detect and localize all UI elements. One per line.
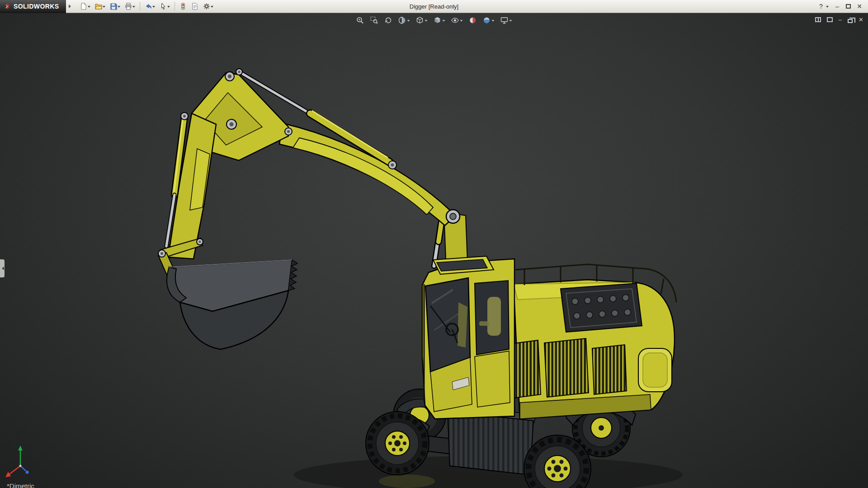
z-axis-arrow xyxy=(26,471,29,474)
wheel-reflection xyxy=(379,474,435,488)
chevron-down-icon xyxy=(492,20,495,23)
document-window-controls: – ✕ xyxy=(815,16,863,24)
solidworks-logo: SOLIDWORKS xyxy=(0,0,66,13)
window-controls: ? – ✕ xyxy=(817,2,868,10)
undo-button[interactable] xyxy=(143,1,157,11)
view-settings-button[interactable] xyxy=(499,15,514,25)
folder-icon xyxy=(95,3,102,10)
featuremanager-flyout-tab[interactable] xyxy=(0,259,5,277)
rebuild-button[interactable] xyxy=(178,1,189,11)
chevron-down-icon xyxy=(118,6,120,9)
chevron-down-icon xyxy=(425,20,428,23)
engine-deck xyxy=(561,283,642,332)
titlebar: SOLIDWORKS xyxy=(0,0,868,13)
heads-up-view-toolbar xyxy=(355,15,514,25)
pane-single-button[interactable] xyxy=(827,16,833,24)
chevron-down-icon xyxy=(88,6,90,9)
menu-expand-icon[interactable] xyxy=(69,5,73,8)
bucket[interactable] xyxy=(167,260,297,349)
back-arrow-icon xyxy=(384,16,392,24)
restore-icon xyxy=(848,19,853,23)
help-button[interactable]: ? xyxy=(817,2,829,10)
brand-text: SOLIDWORKS xyxy=(14,3,59,10)
main-toolbar xyxy=(75,1,215,11)
chevron-down-icon xyxy=(407,20,410,23)
chevron-down-icon xyxy=(167,6,170,9)
pane-button[interactable] xyxy=(815,16,821,24)
eye-icon xyxy=(451,16,459,24)
chevron-down-icon xyxy=(152,6,155,9)
previous-view-button[interactable] xyxy=(383,15,394,25)
boom[interactable] xyxy=(166,69,460,259)
y-axis-arrow xyxy=(18,446,23,450)
save-button[interactable] xyxy=(108,1,122,11)
toolbar-separator xyxy=(140,2,140,11)
chevron-down-icon xyxy=(443,20,445,23)
print-button[interactable] xyxy=(123,1,137,11)
open-button[interactable] xyxy=(93,1,107,11)
front-left-wheel[interactable] xyxy=(366,412,429,475)
doc-minimize-button[interactable]: – xyxy=(839,17,842,23)
monitor-icon xyxy=(500,16,509,24)
view-orientation-label: *Dimetric xyxy=(7,482,34,488)
file-properties-button[interactable] xyxy=(189,1,200,11)
apply-scene-button[interactable] xyxy=(481,15,496,25)
zoom-to-area-button[interactable] xyxy=(369,15,380,25)
shaded-cube-icon xyxy=(434,16,442,24)
hide-show-items-button[interactable] xyxy=(450,15,464,25)
magnifier-area-icon xyxy=(370,16,378,24)
view-orientation-button[interactable] xyxy=(415,15,429,25)
doc-restore-button[interactable] xyxy=(848,16,853,24)
orientation-triad[interactable] xyxy=(5,446,29,477)
chevron-down-icon xyxy=(460,20,463,23)
minimize-button[interactable]: – xyxy=(833,2,841,10)
magnifier-icon xyxy=(356,16,364,24)
maximize-icon xyxy=(846,4,851,9)
section-sphere-icon xyxy=(398,16,406,24)
traffic-light-icon xyxy=(179,3,187,10)
excavator-model[interactable] xyxy=(0,13,868,488)
single-pane-icon xyxy=(827,17,833,22)
split-pane-icon xyxy=(815,17,821,22)
x-axis-arrow xyxy=(5,472,11,477)
cab[interactable] xyxy=(422,256,514,419)
body-house[interactable] xyxy=(496,264,676,419)
seat xyxy=(487,297,501,336)
doc-close-button[interactable]: ✕ xyxy=(859,17,863,23)
appearance-ball-icon xyxy=(469,16,477,24)
document-lines-icon xyxy=(191,3,198,10)
page-icon xyxy=(80,3,87,10)
side-grilles xyxy=(496,338,627,400)
new-document-button[interactable] xyxy=(78,1,92,11)
chevron-left-icon xyxy=(0,267,4,270)
maximize-button[interactable] xyxy=(846,2,851,10)
section-view-button[interactable] xyxy=(397,15,411,25)
select-button[interactable] xyxy=(158,1,172,11)
chevron-down-icon xyxy=(509,20,512,23)
chevron-down-icon xyxy=(103,6,105,9)
zoom-to-fit-button[interactable] xyxy=(355,15,366,25)
cursor-icon xyxy=(160,3,167,10)
chevron-down-icon xyxy=(826,6,829,9)
chevron-down-icon xyxy=(211,6,213,9)
help-icon: ? xyxy=(817,2,825,10)
toolbar-separator xyxy=(175,2,175,11)
printer-icon xyxy=(125,3,132,10)
scene-sphere-icon xyxy=(483,16,491,24)
undo-arrow-icon xyxy=(145,3,152,10)
floppy-icon xyxy=(110,3,117,10)
ds-logo-icon xyxy=(4,3,11,10)
graphics-viewport[interactable]: – ✕ xyxy=(0,13,868,488)
gear-icon xyxy=(203,3,210,10)
edit-appearance-button[interactable] xyxy=(467,15,478,25)
display-style-button[interactable] xyxy=(432,15,447,25)
options-button[interactable] xyxy=(201,1,215,11)
close-button[interactable]: ✕ xyxy=(855,2,863,10)
chevron-down-icon xyxy=(132,6,135,9)
cube-icon xyxy=(416,16,424,24)
